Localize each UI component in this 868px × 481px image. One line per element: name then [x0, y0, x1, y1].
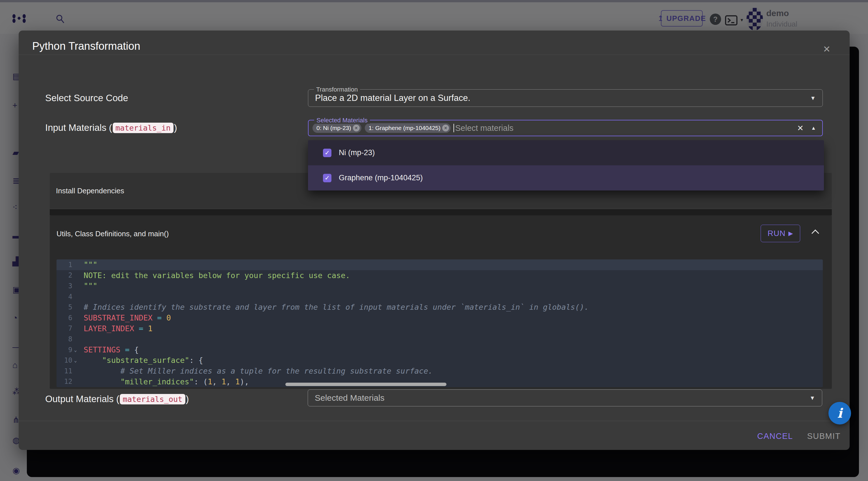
code-text: NOTE: edit the variables below for your … [84, 270, 350, 281]
utils-section: Utils, Class Definitions, and main() RUN… [50, 215, 832, 389]
line-number: 7 [57, 325, 72, 332]
checkbox-icon[interactable]: ✓ [323, 174, 332, 182]
code-line[interactable]: 6SUBSTRATE_INDEX = 0 [57, 312, 823, 323]
output-materials-select[interactable]: Selected Materials ▼ [308, 389, 822, 407]
code-line[interactable]: 8 [57, 334, 823, 344]
play-icon: ▶ [788, 230, 793, 237]
code-text: """ [84, 260, 97, 270]
chip-label: 0: Ni (mp-23) [316, 125, 351, 131]
code-text: "miller_indices": (1, 1, 1), [84, 377, 249, 387]
dropdown-option-label: Graphene (mp-1040425) [339, 174, 423, 182]
line-number: 5 [57, 303, 72, 311]
line-number: 2 [57, 271, 72, 279]
line-number: 8 [57, 335, 72, 343]
line-number: 10 [57, 356, 72, 364]
submit-button[interactable]: SUBMIT [807, 431, 841, 441]
code-line[interactable]: 4 [57, 291, 823, 302]
fold-chevron-icon[interactable]: ⌄ [72, 347, 84, 353]
section-divider-band [50, 209, 832, 215]
python-transformation-dialog: Python Transformation ✕ Select Source Co… [19, 31, 849, 450]
code-text: # Set Miller indices as a tuple for the … [84, 366, 433, 377]
install-dependencies-label: Install Dependencies [56, 186, 124, 195]
code-text: SUBSTRATE_INDEX = 0 [84, 312, 171, 323]
screen: ↥ UPGRADE ? ▼ demo Individual ▤+▰≣⁖▬▟▣◔—… [0, 0, 868, 481]
dialog-title: Python Transformation [32, 40, 140, 52]
code-line[interactable]: 1""" [57, 260, 823, 270]
selected-materials-input[interactable]: Selected Materials 0: Ni (mp-23)✕1: Grap… [308, 120, 823, 136]
code-text: """ [84, 281, 97, 291]
code-line[interactable]: 5# Indices identify the substrate and la… [57, 302, 823, 312]
line-number: 3 [57, 282, 72, 290]
code-line[interactable]: 11 # Set Miller indices as a tuple for t… [57, 366, 823, 377]
code-line[interactable]: 10⌄ "substrate_surface": { [57, 355, 823, 366]
collapse-chevron-icon[interactable] [811, 230, 819, 237]
chevron-up-icon[interactable]: ▲ [811, 125, 816, 131]
line-number: 1 [57, 261, 72, 269]
line-number: 11 [57, 367, 72, 375]
chip-delete-icon[interactable]: ✕ [353, 125, 360, 131]
material-chip[interactable]: 1: Graphene (mp-1040425)✕ [365, 123, 451, 133]
code-text: SETTINGS = { [84, 344, 139, 355]
header-divider [19, 55, 849, 55]
info-fab[interactable]: i [829, 402, 851, 424]
code-line[interactable]: 2NOTE: edit the variables below for your… [57, 270, 823, 281]
transformation-value: Place a 2D material Layer on a Surface. [315, 93, 470, 103]
output-materials-suffix: ) [186, 394, 189, 404]
chevron-down-icon[interactable]: ▼ [809, 395, 815, 401]
run-button[interactable]: RUN ▶ [761, 225, 800, 242]
output-materials-prefix: Output Materials ( [45, 394, 119, 404]
footer-divider [19, 421, 849, 421]
utils-section-header: Utils, Class Definitions, and main() RUN… [50, 215, 832, 255]
line-number: 6 [57, 314, 72, 322]
output-materials-value: Selected Materials [315, 393, 384, 403]
line-number: 12 [57, 378, 72, 386]
chip-label: 1: Graphene (mp-1040425) [369, 125, 441, 131]
transformation-select[interactable]: Transformation Place a 2D material Layer… [308, 89, 823, 107]
code-line[interactable]: 3""" [57, 281, 823, 291]
selected-materials-label: Selected Materials [314, 117, 370, 124]
dropdown-option[interactable]: ✓Graphene (mp-1040425) [308, 165, 824, 190]
input-materials-suffix: ) [174, 122, 177, 133]
dropdown-option[interactable]: ✓Ni (mp-23) [308, 140, 824, 165]
chip-delete-icon[interactable]: ✕ [442, 125, 449, 131]
code-text: "substrate_surface": { [84, 355, 203, 366]
selected-materials-chips: 0: Ni (mp-23)✕1: Graphene (mp-1040425)✕ [312, 123, 451, 133]
material-chip[interactable]: 0: Ni (mp-23)✕ [312, 123, 361, 133]
code-line[interactable]: 9⌄SETTINGS = { [57, 344, 823, 355]
line-number: 4 [57, 293, 72, 301]
run-label: RUN [768, 229, 786, 238]
code-line[interactable]: 7LAYER_INDEX = 1 [57, 323, 823, 334]
chevron-down-icon[interactable]: ▼ [810, 95, 816, 101]
input-materials-prefix: Input Materials ( [45, 122, 112, 133]
code-lines: 1"""2NOTE: edit the variables below for … [57, 260, 823, 387]
close-icon[interactable]: ✕ [820, 43, 833, 55]
text-cursor [454, 124, 454, 132]
line-number: 9 [57, 346, 72, 354]
materials-placeholder: Select materials [455, 123, 514, 133]
cancel-button[interactable]: CANCEL [757, 431, 793, 441]
materials-dropdown: ✓Ni (mp-23)✓Graphene (mp-1040425) [308, 140, 824, 190]
checkbox-icon[interactable]: ✓ [323, 149, 332, 157]
utils-section-label: Utils, Class Definitions, and main() [57, 230, 169, 238]
fold-chevron-icon[interactable]: ⌄ [72, 358, 84, 363]
materials-in-badge: materials_in [113, 123, 174, 133]
code-text: LAYER_INDEX = 1 [84, 323, 153, 334]
clear-icon[interactable]: ✕ [797, 123, 804, 133]
input-materials-label: Input Materials ( materials_in ) [45, 119, 177, 136]
transformation-label: Transformation [314, 86, 360, 93]
horizontal-scrollbar[interactable] [285, 383, 446, 386]
code-text: # Indices identify the substrate and lay… [84, 302, 589, 312]
output-materials-label: Output Materials ( materials_out ) [45, 391, 189, 408]
dropdown-option-label: Ni (mp-23) [339, 148, 375, 157]
footer: CANCEL SUBMIT [19, 428, 841, 445]
select-source-code-label: Select Source Code [45, 90, 128, 107]
materials-out-badge: materials_out [120, 394, 185, 404]
code-editor[interactable]: 1"""2NOTE: edit the variables below for … [57, 260, 823, 387]
